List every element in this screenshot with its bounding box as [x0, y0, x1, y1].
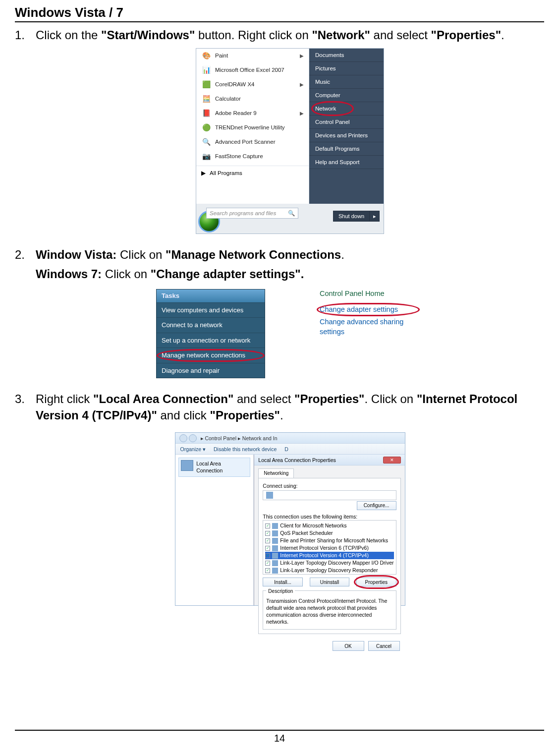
checkbox-icon[interactable]: ✓: [265, 538, 270, 543]
start-right-item[interactable]: Computer: [309, 89, 384, 102]
checkbox-icon[interactable]: ✓: [265, 568, 270, 573]
start-menu-item[interactable]: 🟢TRENDnet Powerline Utility: [196, 120, 309, 135]
step3-text: .: [280, 408, 283, 422]
forward-icon[interactable]: [189, 434, 197, 442]
connection-items-list[interactable]: ✓Client for Microsoft Networks✓QoS Packe…: [263, 520, 396, 575]
start-menu-item[interactable]: 📕Adobe Reader 9▶: [196, 106, 309, 120]
step2-win7-action: "Change adapter settings".: [151, 267, 304, 281]
app-icon: 🟢: [201, 123, 211, 133]
start-right-item[interactable]: Default Programs: [309, 142, 384, 156]
checkbox-icon[interactable]: ✓: [265, 546, 270, 551]
dialog-title: Local Area Connection Properties: [258, 457, 335, 464]
screenshot-start-menu: 🎨Paint▶📊Microsoft Office Excel 2007🟩Core…: [196, 48, 384, 234]
start-menu-item[interactable]: 🔍Advanced Port Scanner: [196, 135, 309, 149]
step1-text: button. Right click on: [195, 28, 312, 42]
connection-item-label: Internet Protocol Version 4 (TCP/IPv4): [280, 552, 369, 559]
cp-home-title: Control Panel Home: [320, 289, 424, 299]
properties-button[interactable]: Properties: [356, 578, 396, 586]
start-menu-item[interactable]: 📷FastStone Capture: [196, 149, 309, 164]
ok-button[interactable]: OK: [333, 641, 364, 651]
start-search-input[interactable]: Search programs and files 🔍: [206, 208, 298, 219]
shutdown-label: Shut down: [338, 213, 364, 220]
start-item-label: Adobe Reader 9: [215, 110, 257, 117]
tasks-link[interactable]: View computers and devices: [157, 302, 265, 318]
cp-home-link[interactable]: Change adapter settings: [320, 305, 424, 315]
protocol-icon: [272, 553, 278, 559]
tasks-link[interactable]: Manage network connections: [157, 348, 265, 363]
shutdown-menu-arrow-icon[interactable]: ▸: [370, 211, 380, 222]
app-icon: 📕: [201, 109, 211, 118]
section-heading: Windows Vista / 7: [15, 5, 544, 22]
toolbar-more: D: [284, 446, 288, 453]
step2-win7-label: Windows 7:: [36, 267, 102, 281]
protocol-icon: [272, 530, 278, 536]
adapter-field: [263, 490, 396, 500]
connection-item[interactable]: ✓File and Printer Sharing for Microsoft …: [265, 537, 393, 544]
step3-text: and select: [233, 392, 294, 406]
breadcrumb[interactable]: ▸ Control Panel ▸ Network and In: [201, 435, 278, 442]
step2-vista-action: "Manage Network Connections: [166, 248, 341, 261]
uninstall-button[interactable]: Uninstall: [310, 578, 349, 586]
start-right-item[interactable]: Music: [309, 75, 384, 89]
start-item-label: Advanced Port Scanner: [215, 138, 275, 146]
configure-button[interactable]: Configure...: [357, 501, 396, 510]
organize-menu[interactable]: Organize ▾: [180, 446, 206, 453]
protocol-icon: [272, 560, 278, 566]
connection-item[interactable]: ✓Link-Layer Topology Discovery Responder: [265, 567, 393, 574]
step1-text: .: [501, 28, 504, 42]
start-menu-item[interactable]: 🧮Calculator: [196, 92, 309, 106]
start-menu-item[interactable]: 📊Microsoft Office Excel 2007: [196, 63, 309, 77]
connection-item[interactable]: ✓QoS Packet Scheduler: [265, 529, 393, 537]
search-placeholder: Search programs and files: [210, 210, 276, 218]
tasks-link[interactable]: Set up a connection or network: [157, 333, 265, 348]
back-icon[interactable]: [179, 434, 187, 442]
step3-text: and click: [157, 408, 210, 422]
tasks-link[interactable]: Diagnose and repair: [157, 363, 265, 378]
screenshot-lac-properties: ▸ Control Panel ▸ Network and In Organiz…: [175, 432, 405, 606]
checkbox-icon[interactable]: ✓: [265, 553, 270, 558]
step2-vista-label: Window Vista:: [36, 248, 116, 261]
start-right-item[interactable]: Pictures: [309, 62, 384, 75]
start-menu-item[interactable]: 🟩CorelDRAW X4▶: [196, 77, 309, 92]
all-programs[interactable]: ▶All Programs: [196, 166, 309, 180]
cancel-button[interactable]: Cancel: [368, 641, 400, 651]
connection-item[interactable]: ✓Internet Protocol Version 6 (TCP/IPv6): [265, 544, 393, 552]
connection-item-label: Internet Protocol Version 6 (TCP/IPv6): [280, 544, 369, 551]
connection-item[interactable]: ✓Client for Microsoft Networks: [265, 522, 393, 529]
tasks-header: Tasks: [157, 290, 265, 302]
connection-item-label: Client for Microsoft Networks: [280, 522, 346, 529]
disable-device-button[interactable]: Disable this network device: [214, 446, 277, 453]
shutdown-button[interactable]: Shut down ▸: [333, 211, 380, 222]
network-adapter-icon: [181, 460, 194, 471]
tasks-link[interactable]: Connect to a network: [157, 317, 265, 333]
connection-item[interactable]: ✓Link-Layer Topology Discovery Mapper I/…: [265, 559, 393, 567]
close-icon[interactable]: ✕: [383, 457, 401, 464]
start-right-item[interactable]: Control Panel: [309, 116, 384, 129]
connection-item[interactable]: ✓Internet Protocol Version 4 (TCP/IPv4): [265, 552, 393, 559]
connection-item-label: Link-Layer Topology Discovery Responder: [280, 567, 378, 574]
start-right-item[interactable]: Devices and Printers: [309, 129, 384, 142]
start-menu-item[interactable]: 🎨Paint▶: [196, 49, 309, 63]
step2-text: .: [341, 248, 344, 261]
checkbox-icon[interactable]: ✓: [265, 523, 270, 528]
checkbox-icon[interactable]: ✓: [265, 531, 270, 536]
submenu-arrow-icon: ▶: [300, 110, 304, 117]
lac-label: Local Area Connection: [196, 460, 248, 474]
description-label: Description: [266, 588, 295, 594]
local-area-connection-item[interactable]: Local Area Connection: [178, 458, 251, 476]
step3-bold-lac: "Local Area Connection": [93, 392, 233, 406]
start-item-label: Calculator: [215, 95, 241, 103]
cp-home-link[interactable]: Change advanced sharing settings: [320, 317, 424, 337]
start-right-item[interactable]: Help and Support: [309, 156, 384, 169]
start-right-item[interactable]: Documents: [309, 49, 384, 62]
start-right-item[interactable]: Network: [309, 102, 384, 116]
tab-networking[interactable]: Networking: [258, 468, 294, 478]
step-2: Window Vista: Click on "Manage Network C…: [15, 247, 544, 378]
submenu-arrow-icon: ▶: [300, 53, 304, 59]
nav-back-forward[interactable]: [179, 434, 197, 442]
step1-text: Click on the: [36, 28, 101, 42]
protocol-icon: [272, 545, 278, 551]
checkbox-icon[interactable]: ✓: [265, 561, 270, 566]
submenu-arrow-icon: ▶: [300, 81, 304, 88]
install-button[interactable]: Install...: [263, 578, 302, 586]
